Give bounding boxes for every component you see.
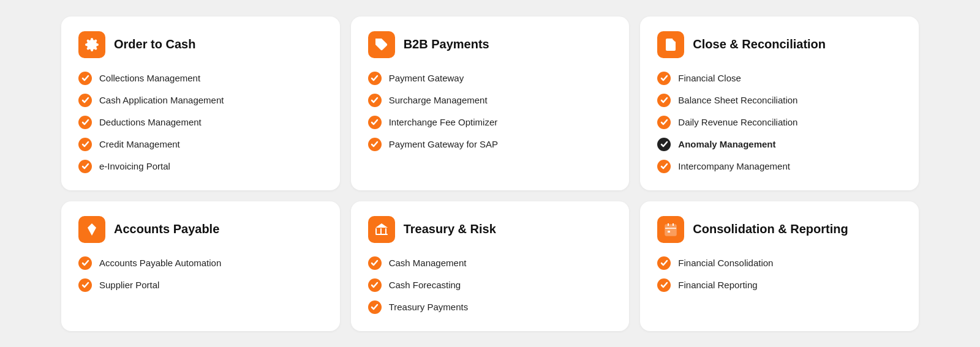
check-icon [368, 300, 382, 314]
card-title-order-to-cash: Order to Cash [114, 37, 195, 51]
list-item: Financial Consolidation [657, 256, 902, 270]
item-label: Balance Sheet Reconciliation [678, 95, 797, 105]
check-icon [78, 72, 92, 85]
svg-rect-5 [385, 228, 386, 234]
item-label: Payment Gateway for SAP [389, 139, 498, 149]
card-title-close-reconciliation: Close & Reconciliation [693, 37, 826, 51]
document-icon [657, 31, 684, 58]
card-title-accounts-payable: Accounts Payable [114, 222, 219, 236]
svg-marker-1 [88, 223, 96, 236]
item-label: Intercompany Management [678, 161, 790, 171]
list-item: Cash Management [368, 256, 612, 270]
list-item: Collections Management [78, 72, 323, 85]
card-header-b2b-payments: B2B Payments [368, 31, 612, 58]
list-item: Balance Sheet Reconciliation [657, 94, 902, 107]
item-label: Deductions Management [99, 117, 202, 127]
item-label: Credit Management [99, 139, 180, 149]
item-label: Daily Revenue Reconciliation [678, 117, 797, 127]
list-item: Payment Gateway [368, 72, 612, 85]
diamond-icon [78, 216, 105, 243]
check-icon [78, 94, 92, 107]
list-item: Daily Revenue Reconciliation [657, 116, 902, 129]
list-item: Credit Management [78, 138, 323, 151]
item-label: Cash Management [389, 258, 467, 268]
gear-icon [78, 31, 105, 58]
check-icon [368, 138, 382, 151]
item-list-treasury-risk: Cash ManagementCash ForecastingTreasury … [368, 256, 612, 314]
item-label: Financial Consolidation [678, 258, 773, 268]
list-item: Financial Reporting [657, 278, 902, 292]
list-item: Accounts Payable Automation [78, 256, 323, 270]
svg-point-0 [377, 40, 379, 42]
item-label: Accounts Payable Automation [99, 258, 221, 268]
list-item: e-Invoicing Portal [78, 160, 323, 173]
item-list-close-reconciliation: Financial CloseBalance Sheet Reconciliat… [657, 72, 902, 173]
check-icon [368, 94, 382, 107]
list-item: Cash Application Management [78, 94, 323, 107]
bank-icon [368, 216, 395, 243]
item-label: e-Invoicing Portal [99, 161, 170, 171]
check-icon [368, 116, 382, 129]
card-header-accounts-payable: Accounts Payable [78, 216, 323, 243]
list-item: Anomaly Management [657, 138, 902, 151]
tag-icon [368, 31, 395, 58]
list-item: Treasury Payments [368, 300, 612, 314]
card-accounts-payable: Accounts PayableAccounts Payable Automat… [61, 201, 340, 331]
item-label: Financial Close [678, 73, 741, 83]
item-list-accounts-payable: Accounts Payable AutomationSupplier Port… [78, 256, 323, 292]
check-icon [368, 72, 382, 85]
card-consolidation-reporting: Consolidation & ReportingFinancial Conso… [640, 201, 919, 331]
check-icon [657, 116, 671, 129]
list-item: Interchange Fee Optimizer [368, 116, 612, 129]
item-label: Payment Gateway [389, 73, 464, 83]
item-list-consolidation-reporting: Financial ConsolidationFinancial Reporti… [657, 256, 902, 292]
list-item: Payment Gateway for SAP [368, 138, 612, 151]
item-label: Cash Forecasting [389, 280, 461, 290]
item-list-order-to-cash: Collections ManagementCash Application M… [78, 72, 323, 173]
card-header-consolidation-reporting: Consolidation & Reporting [657, 216, 902, 243]
svg-rect-4 [380, 228, 382, 234]
check-icon [657, 256, 671, 270]
item-label: Cash Application Management [99, 95, 224, 105]
check-icon [78, 138, 92, 151]
list-item: Intercompany Management [657, 160, 902, 173]
check-icon [78, 256, 92, 270]
check-icon [657, 278, 671, 292]
check-icon [657, 138, 671, 151]
item-label: Supplier Portal [99, 280, 159, 290]
check-icon [657, 72, 671, 85]
card-b2b-payments: B2B PaymentsPayment GatewaySurcharge Man… [351, 17, 630, 190]
check-icon [78, 116, 92, 129]
check-icon [78, 278, 92, 292]
svg-rect-10 [668, 231, 670, 233]
card-close-reconciliation: Close & ReconciliationFinancial CloseBal… [640, 17, 919, 190]
list-item: Supplier Portal [78, 278, 323, 292]
main-grid: Order to CashCollections ManagementCash … [61, 17, 919, 331]
list-item: Financial Close [657, 72, 902, 85]
card-title-consolidation-reporting: Consolidation & Reporting [693, 222, 848, 236]
svg-rect-6 [665, 225, 676, 236]
item-label: Anomaly Management [678, 139, 775, 149]
check-icon [657, 160, 671, 173]
item-list-b2b-payments: Payment GatewaySurcharge ManagementInter… [368, 72, 612, 151]
card-header-close-reconciliation: Close & Reconciliation [657, 31, 902, 58]
list-item: Deductions Management [78, 116, 323, 129]
check-icon [368, 278, 382, 292]
card-title-treasury-risk: Treasury & Risk [404, 222, 496, 236]
check-icon [368, 256, 382, 270]
item-label: Treasury Payments [389, 302, 469, 312]
card-header-treasury-risk: Treasury & Risk [368, 216, 612, 243]
item-label: Collections Management [99, 73, 200, 83]
item-label: Interchange Fee Optimizer [389, 117, 498, 127]
list-item: Cash Forecasting [368, 278, 612, 292]
item-label: Surcharge Management [389, 95, 488, 105]
card-treasury-risk: Treasury & RiskCash ManagementCash Forec… [351, 201, 630, 331]
check-icon [657, 94, 671, 107]
item-label: Financial Reporting [678, 280, 757, 290]
card-header-order-to-cash: Order to Cash [78, 31, 323, 58]
check-icon [78, 160, 92, 173]
card-title-b2b-payments: B2B Payments [404, 37, 489, 51]
card-order-to-cash: Order to CashCollections ManagementCash … [61, 17, 340, 190]
list-item: Surcharge Management [368, 94, 612, 107]
calendar-icon [657, 216, 684, 243]
